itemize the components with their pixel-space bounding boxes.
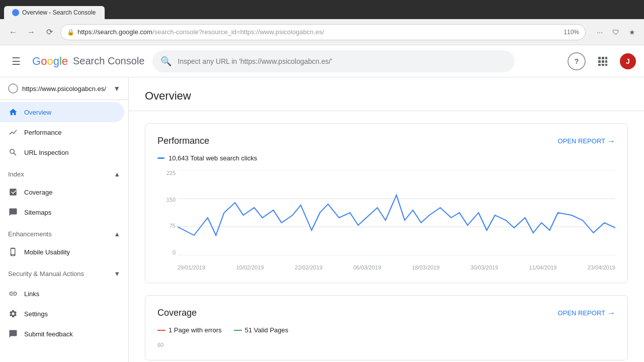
forward-button[interactable]: → (24, 25, 38, 39)
sidebar-item-settings[interactable]: Settings (0, 304, 124, 324)
svg-rect-2 (605, 57, 607, 59)
y-label-225: 225 (157, 170, 176, 176)
y-label-150: 150 (157, 197, 176, 203)
tab-favicon (12, 9, 19, 16)
performance-legend-dot (157, 157, 165, 159)
menu-dots-button[interactable]: ··· (594, 26, 606, 38)
reload-button[interactable]: ⟳ (42, 25, 56, 39)
sitemaps-icon (8, 207, 18, 217)
coverage-errors-legend: 1 Page with errors (157, 326, 222, 334)
sitemaps-label: Sitemaps (24, 209, 51, 216)
performance-card: Performance OPEN REPORT → 10,643 Total w… (145, 123, 628, 283)
mobile-usability-icon (8, 247, 18, 257)
coverage-icon (8, 187, 18, 197)
sidebar-item-mobile-usability[interactable]: Mobile Usability (0, 242, 124, 262)
svg-rect-3 (598, 60, 601, 63)
coverage-valid-legend: 51 Valid Pages (234, 326, 289, 334)
browser-tab[interactable]: Overview - Search Console (4, 6, 105, 19)
site-selector[interactable]: https://www.psicologabcn.es/ ▼ (0, 77, 128, 100)
security-section-label: Security & Manual Actions (8, 270, 84, 278)
enhancements-section-header[interactable]: Enhancements ▲ (0, 226, 128, 242)
x-label-4: 06/03/2019 (353, 264, 381, 270)
coverage-open-report[interactable]: OPEN REPORT → (558, 309, 615, 318)
performance-label: Performance (24, 129, 61, 136)
mobile-usability-label: Mobile Usability (24, 248, 70, 256)
index-section-label: Index (8, 170, 24, 178)
nav-section-security: Security & Manual Actions ▼ (0, 264, 128, 284)
zoom-level: 110% (564, 29, 579, 36)
address-bar[interactable]: 🔒 https://search.google.com/search-conso… (60, 24, 586, 40)
x-label-5: 18/03/2019 (412, 264, 440, 270)
avatar[interactable]: J (620, 53, 636, 69)
header-right: ? J (568, 52, 636, 70)
nav-section-enhancements: Enhancements ▲ Mobile Usability (0, 224, 128, 264)
url-inspection-icon (8, 147, 18, 157)
apps-button[interactable] (594, 52, 612, 70)
url-inspection-label: URL Inspection (24, 149, 68, 156)
toolbar-right: ··· 🛡 ★ (594, 26, 638, 38)
chart-x-labels: 29/01/2019 10/02/2019 22/02/2019 06/03/2… (178, 264, 615, 270)
site-url: https://www.psicologabcn.es/ (22, 85, 109, 93)
menu-button[interactable]: ☰ (8, 53, 24, 69)
help-button[interactable]: ? (568, 52, 586, 70)
content-area: Overview Performance OPEN REPORT → 10,64… (129, 77, 644, 362)
performance-open-report[interactable]: OPEN REPORT → (558, 137, 615, 146)
coverage-card-header: Coverage OPEN REPORT → (157, 308, 615, 318)
y-label-75: 75 (157, 223, 176, 229)
settings-icon (8, 309, 18, 319)
x-label-2: 10/02/2019 (236, 264, 264, 270)
open-report-label: OPEN REPORT (558, 137, 605, 145)
coverage-open-report-label: OPEN REPORT (558, 309, 605, 317)
overview-label: Overview (24, 109, 51, 116)
coverage-valid-label: 51 Valid Pages (245, 326, 289, 334)
content-body: Performance OPEN REPORT → 10,643 Total w… (129, 111, 644, 362)
sidebar-item-overview[interactable]: Overview (0, 102, 124, 122)
address-text: https://search.google.com/search-console… (77, 28, 558, 36)
browser-chrome: Overview - Search Console ← → ⟳ 🔒 https:… (0, 0, 644, 45)
svg-rect-5 (605, 60, 607, 63)
links-label: Links (24, 290, 39, 298)
app-logo: Google Search Console (32, 55, 144, 68)
coverage-label: Coverage (24, 189, 52, 196)
nav-section-main: Overview Performance URL Inspection (0, 100, 128, 164)
coverage-errors-label: 1 Page with errors (169, 326, 222, 334)
x-label-3: 22/02/2019 (295, 264, 323, 270)
submit-feedback-label: Submit feedback (24, 330, 73, 338)
browser-toolbar: ← → ⟳ 🔒 https://search.google.com/search… (0, 19, 644, 45)
bookmark-icon[interactable]: ★ (626, 26, 638, 38)
svg-rect-8 (605, 64, 607, 66)
security-collapse-icon: ▼ (114, 270, 120, 278)
search-input[interactable] (178, 57, 507, 65)
feedback-icon (8, 329, 18, 339)
search-bar[interactable]: 🔍 (152, 50, 515, 72)
index-collapse-icon: ▲ (114, 170, 120, 178)
app-header: ☰ Google Search Console 🔍 ? J (0, 45, 644, 77)
svg-rect-7 (602, 64, 604, 66)
dropdown-arrow-icon: ▼ (113, 84, 120, 93)
coverage-legend: 1 Page with errors 51 Valid Pages (157, 326, 615, 334)
coverage-chart-y-start: 60 (157, 342, 615, 348)
index-section-header[interactable]: Index ▲ (0, 166, 128, 182)
sidebar-item-links[interactable]: Links (0, 284, 124, 304)
content-header: Overview (129, 77, 644, 111)
performance-legend: 10,643 Total web search clicks (157, 154, 615, 162)
svg-rect-1 (602, 57, 604, 59)
main-area: https://www.psicologabcn.es/ ▼ Overview … (0, 77, 644, 362)
y-label-0: 0 (157, 249, 176, 255)
back-button[interactable]: ← (6, 25, 20, 39)
chart-svg-wrap (178, 170, 615, 255)
svg-rect-6 (598, 64, 601, 66)
enhancements-section-label: Enhancements (8, 230, 52, 238)
sidebar-item-sitemaps[interactable]: Sitemaps (0, 202, 124, 222)
address-path: /search-console?resource_id=https://www.… (152, 28, 324, 36)
logo-google: Google (32, 55, 68, 68)
sidebar-item-coverage[interactable]: Coverage (0, 182, 124, 202)
sidebar-item-submit-feedback[interactable]: Submit feedback (0, 324, 124, 344)
browser-tab-bar: Overview - Search Console (0, 0, 644, 19)
settings-label: Settings (24, 310, 48, 318)
sidebar-item-url-inspection[interactable]: URL Inspection (0, 142, 124, 162)
links-icon (8, 289, 18, 299)
lock-icon: 🔒 (67, 29, 74, 36)
security-section-header[interactable]: Security & Manual Actions ▼ (0, 266, 128, 282)
sidebar-item-performance[interactable]: Performance (0, 122, 124, 142)
